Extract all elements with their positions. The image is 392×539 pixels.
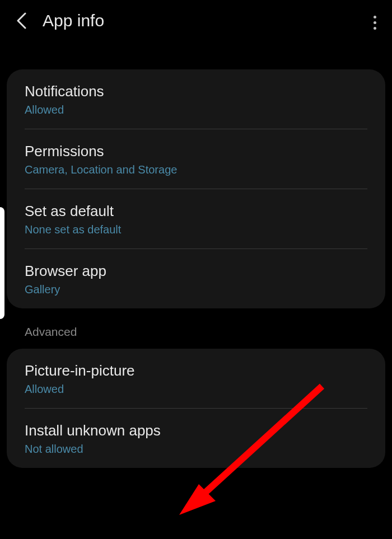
settings-card-primary: Notifications Allowed Permissions Camera… (7, 69, 385, 308)
setting-subtitle: Not allowed (25, 443, 367, 456)
setting-title: Notifications (25, 83, 367, 100)
notifications-row[interactable]: Notifications Allowed (25, 69, 367, 129)
setting-subtitle: Allowed (25, 104, 367, 116)
setting-title: Install unknown apps (25, 422, 367, 439)
back-icon[interactable] (13, 13, 29, 29)
setting-subtitle: None set as default (25, 223, 367, 236)
set-as-default-row[interactable]: Set as default None set as default (25, 189, 367, 249)
setting-title: Browser app (25, 263, 367, 280)
setting-subtitle: Gallery (25, 283, 367, 296)
setting-title: Picture-in-picture (25, 362, 367, 379)
setting-subtitle: Camera, Location and Storage (25, 163, 367, 176)
setting-title: Set as default (25, 203, 367, 220)
install-unknown-apps-row[interactable]: Install unknown apps Not allowed (25, 409, 367, 468)
more-options-icon[interactable] (371, 13, 379, 32)
page-title: App info (43, 11, 104, 30)
picture-in-picture-row[interactable]: Picture-in-picture Allowed (25, 349, 367, 409)
setting-subtitle: Allowed (25, 383, 367, 396)
setting-title: Permissions (25, 143, 367, 160)
permissions-row[interactable]: Permissions Camera, Location and Storage (25, 129, 367, 189)
advanced-section-header: Advanced (0, 308, 392, 349)
browser-app-row[interactable]: Browser app Gallery (25, 249, 367, 308)
svg-marker-2 (179, 484, 216, 515)
scroll-indicator (0, 207, 4, 319)
app-header: App info (0, 0, 392, 41)
settings-card-advanced: Picture-in-picture Allowed Install unkno… (7, 349, 385, 468)
